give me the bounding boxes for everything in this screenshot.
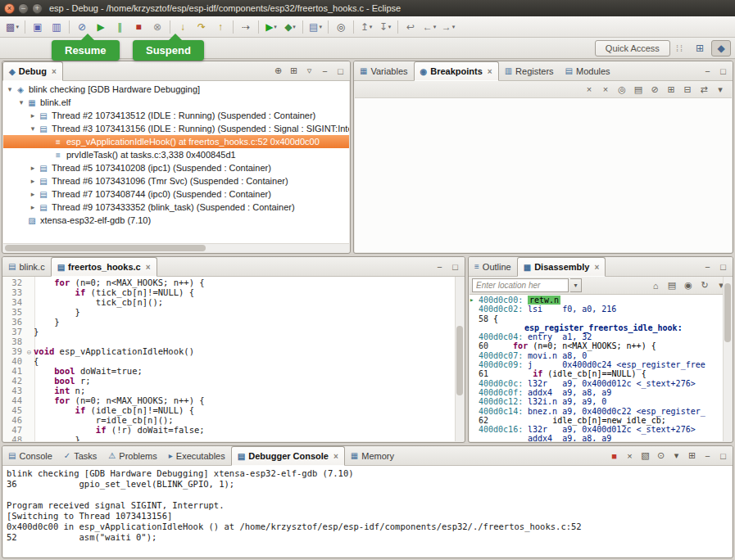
code-line[interactable]: 46 r=idle_cb[n](); — [3, 415, 464, 425]
skip-all-breakpoints-icon[interactable]: ⊘ — [647, 82, 663, 97]
maximize-icon[interactable]: □ — [333, 63, 348, 79]
maximize-icon[interactable]: □ — [715, 259, 731, 274]
clear-console-icon[interactable]: ▧ — [637, 448, 653, 463]
link-with-debug-view-icon[interactable]: ⇄ — [696, 82, 712, 97]
disassembly-line[interactable]: esp_register_freertos_idle_hook: — [470, 323, 732, 332]
expand-arrow-icon[interactable]: ▸ — [28, 203, 38, 211]
view-tab[interactable]: ▤ Console — [2, 446, 58, 465]
suspend-button[interactable]: ∥ — [111, 18, 129, 36]
code-line[interactable]: 44 for (n=0; n<MAX_HOOKS; n++) { — [3, 395, 464, 405]
view-tab[interactable]: ✓ Tasks — [58, 446, 103, 465]
debug-tree-item[interactable]: ▸ ▤ Thread #9 1073433352 (blink_task) (S… — [3, 201, 349, 214]
view-tab[interactable]: ◉ Breakpoints × — [414, 61, 499, 81]
code-area[interactable]: 32 for (n=0; n<MAX_HOOKS; n++) {33 if (t… — [3, 277, 464, 441]
debug-perspective-button[interactable]: ◆ — [711, 40, 731, 56]
run-button[interactable]: ▶▾ — [262, 18, 280, 36]
disassembly-line[interactable]: 400d0c14:bnez.n a9, 0x400d0c22 <esp_regi… — [470, 407, 732, 416]
code-line[interactable]: 32 for (n=0; n<MAX_HOOKS; n++) { — [3, 278, 464, 287]
debug-tree-item[interactable]: ▸ ▤ Thread #5 1073410208 (ipc1) (Suspend… — [3, 161, 349, 174]
disassembly-line[interactable]: 400d0c0c:l32r a9, 0x400d012c <_stext+276… — [470, 379, 732, 388]
maximize-button[interactable]: + — [32, 3, 43, 14]
code-line[interactable]: 48 } — [3, 435, 464, 441]
disassembly-line[interactable]: 58{ — [470, 314, 732, 323]
debug-tree-item[interactable]: ▾ ▤ Thread #3 1073413156 (IDLE : Running… — [3, 122, 349, 135]
quick-access-button[interactable]: Quick Access — [595, 40, 670, 56]
expand-arrow-icon[interactable]: ▸ — [28, 111, 38, 120]
debug-tree-item[interactable]: ▸ ▤ Thread #2 1073413512 (IDLE : Running… — [3, 109, 349, 122]
view-tab[interactable]: ▦ Memory — [345, 446, 400, 465]
expand-arrow-icon[interactable]: ▸ — [28, 177, 38, 185]
code-line[interactable]: 35 } — [3, 307, 464, 317]
debug-tree-item[interactable]: ▾ ◈ blink checking [GDB Hardware Debuggi… — [3, 83, 349, 96]
disassembly-line[interactable]: addx4 a9, a8, a9 — [470, 434, 732, 441]
refresh-icon[interactable]: ↻ — [696, 278, 713, 293]
scrollbar-thumb[interactable] — [724, 283, 731, 342]
show-breakpoints-for-selected-icon[interactable]: ◎ — [614, 82, 630, 97]
disassembly-line[interactable]: 400d0c07:movi.n a8, 0 — [470, 351, 732, 360]
remove-all-breakpoints-icon[interactable]: × — [597, 82, 614, 97]
location-input[interactable] — [472, 278, 569, 292]
disassembly-line[interactable]: 400d0c09:j 0x400d0c24 <esp_register_free — [470, 360, 732, 369]
maximize-icon[interactable]: □ — [447, 259, 463, 274]
pin-console-icon[interactable]: ⊙ — [653, 448, 669, 463]
code-line[interactable]: 41 bool doWait=true; — [3, 366, 464, 376]
instruction-stepping-button[interactable]: ⇢ — [237, 18, 255, 36]
minimize-icon[interactable]: − — [700, 259, 715, 274]
location-dropdown-icon[interactable]: ▾ — [570, 278, 582, 292]
disassembly-line[interactable]: 62 idle_cb[n]=new_idle_cb; — [470, 416, 732, 425]
remove-breakpoint-icon[interactable]: × — [581, 82, 597, 97]
step-over-button[interactable]: ↷ — [193, 18, 211, 36]
remove-launch-icon[interactable]: × — [622, 448, 637, 463]
open-console-icon[interactable]: ⊞ — [684, 448, 700, 463]
debug-tree-item[interactable]: ≡ prvIdleTask() at tasks.c:3,338 0x40084… — [3, 148, 349, 161]
scrollbar-thumb[interactable] — [456, 326, 463, 395]
next-annotation-button[interactable]: ↧▾ — [376, 18, 394, 36]
debug-horizontal-scrollbar[interactable] — [3, 243, 349, 252]
maximize-icon[interactable]: □ — [715, 448, 731, 463]
editor-body[interactable]: 32 for (n=0; n<MAX_HOOKS; n++) {33 if (t… — [3, 277, 464, 441]
view-tab[interactable]: ◈ Debug × — [2, 61, 63, 81]
connect-icon[interactable]: ⊕ — [270, 63, 286, 79]
code-line[interactable]: 43 int n; — [3, 386, 464, 395]
disassembly-vertical-scrollbar[interactable] — [723, 277, 732, 441]
code-line[interactable]: 47 if (!r) doWait=false; — [3, 425, 464, 435]
code-line[interactable]: 36 } — [3, 317, 464, 327]
previous-annotation-button[interactable]: ↥▾ — [357, 18, 375, 36]
maximize-icon[interactable]: □ — [715, 63, 731, 79]
show-source-icon[interactable]: ▤ — [664, 278, 680, 293]
save-all-button[interactable]: ▥ — [48, 18, 66, 36]
minimize-icon[interactable]: − — [432, 259, 447, 274]
home-icon[interactable]: ⌂ — [647, 278, 664, 293]
disassembly-line[interactable]: 61 if (idle_cb[n]==NULL) { — [470, 369, 732, 378]
sync-with-pc-icon[interactable]: ◉ — [680, 278, 696, 293]
debug-tree-item[interactable]: ▸ ▤ Thread #7 1073408744 (ipc0) (Suspend… — [3, 187, 349, 201]
view-menu-icon[interactable]: ▾ — [712, 82, 728, 97]
scrollbar-thumb[interactable] — [5, 245, 206, 251]
expand-arrow-icon[interactable]: ▸ — [28, 190, 38, 198]
disassembly-line[interactable]: 400d0c02:lsi f0, a0, 216 — [470, 305, 732, 314]
new-wizard-button[interactable]: ▩▾ — [3, 18, 21, 36]
close-button[interactable]: × — [4, 3, 15, 14]
disassembly-line[interactable]: ▸400d0c00:retw.n — [470, 296, 732, 305]
new-c-project-button[interactable]: ▤▾ — [306, 18, 324, 36]
view-tab[interactable]: ≡ Outline — [469, 257, 517, 276]
disassembly-line[interactable]: 400d0c12:l32i.n a9, a9, 0 — [470, 397, 732, 406]
close-icon[interactable]: × — [52, 67, 57, 76]
expand-arrow-icon[interactable]: ▾ — [5, 85, 15, 93]
console-body[interactable]: blink checking [GDB Hardware Debugging] … — [3, 466, 732, 557]
collapse-all-icon[interactable]: ⊟ — [679, 82, 696, 97]
view-tab[interactable]: ▤ Modules — [560, 61, 616, 80]
code-line[interactable]: 45 if (idle_cb[n]!=NULL) { — [3, 405, 464, 415]
debug-button[interactable]: ◆▾ — [281, 18, 299, 36]
display-selected-console-icon[interactable]: ▾ — [669, 448, 684, 463]
step-return-button[interactable]: ↑ — [211, 18, 229, 36]
last-edit-location-button[interactable]: ↩ — [402, 18, 420, 36]
view-tab[interactable]: ▸ Executables — [163, 446, 231, 465]
goto-file-for-breakpoint-icon[interactable]: ▤ — [630, 82, 647, 97]
expand-all-icon[interactable]: ⊞ — [663, 82, 679, 97]
minimize-button[interactable]: – — [18, 3, 29, 14]
disconnect-button[interactable]: ⊗ — [148, 18, 166, 36]
resume-button[interactable]: ▶ — [92, 18, 110, 36]
expand-arrow-icon[interactable]: ▸ — [28, 164, 38, 172]
code-line[interactable]: 42 bool r; — [3, 376, 464, 386]
